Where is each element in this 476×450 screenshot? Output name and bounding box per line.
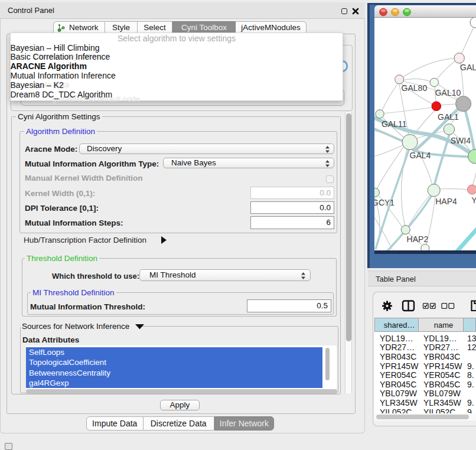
svg-text:GAL80: GAL80 — [402, 83, 428, 93]
svg-text:GAL10: GAL10 — [435, 88, 461, 97]
svg-text:HAP4: HAP4 — [435, 197, 457, 206]
svg-text:GAL4: GAL4 — [410, 151, 431, 160]
svg-text:GAL11: GAL11 — [382, 119, 407, 129]
svg-text:Y: Y — [471, 195, 476, 205]
svg-text:SWI4: SWI4 — [451, 136, 471, 145]
svg-text:GCY1: GCY1 — [374, 198, 395, 207]
svg-text:GAL2: GAL2 — [460, 63, 476, 72]
svg-text:GAL1: GAL1 — [438, 112, 459, 122]
svg-text:HAP2: HAP2 — [407, 234, 429, 244]
